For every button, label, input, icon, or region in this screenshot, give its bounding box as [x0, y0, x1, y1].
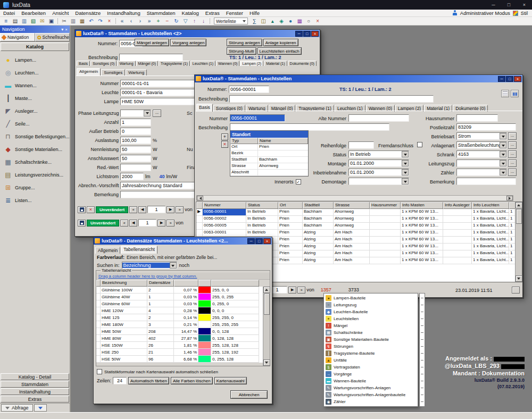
column-header[interactable]: Strasse: [334, 202, 370, 209]
bemerkung-input[interactable]: [120, 191, 197, 198]
tab-abfrage[interactable]: Abfrage: [1, 404, 33, 412]
scroll-down-icon[interactable]: [263, 359, 270, 366]
nav-item-leuchten[interactable]: ◎ Leuchten...: [0, 66, 70, 79]
column-header[interactable]: Name: [258, 138, 308, 144]
horizontal-scrollbar[interactable]: [196, 195, 513, 201]
vertical-scrollbar[interactable]: [515, 202, 522, 282]
lampe-input[interactable]: HME 50W: [120, 98, 197, 105]
stats-row[interactable]: HME 125 2 0,14 % 255, 255, 0: [96, 314, 270, 321]
status-select[interactable]: In Betrieb: [348, 150, 409, 158]
save-record-button[interactable]: [78, 206, 86, 213]
record-number-input[interactable]: 1: [147, 206, 165, 213]
table-view-icon[interactable]: [501, 90, 509, 97]
menu-item[interactable]: Hilfe: [246, 10, 263, 16]
standort-row[interactable]: Stadtteil Bachham: [230, 157, 308, 163]
remove-standort-button[interactable]: ×: [221, 141, 228, 148]
tab[interactable]: Wannen (0): [216, 61, 239, 66]
menu-item-wannen-bauteile[interactable]: ▬ Wannen-Bauteile: [324, 378, 418, 384]
minimize-button[interactable]: ─: [295, 31, 303, 37]
tab[interactable]: Tabellenansicht: [121, 246, 157, 254]
menu-item[interactable]: Datei: [0, 10, 18, 16]
alte-nummer-input[interactable]: [348, 114, 409, 122]
tab[interactable]: Dokumente (0): [288, 61, 317, 66]
maximize-button[interactable]: □: [303, 31, 311, 37]
red-wert-input[interactable]: [120, 164, 151, 171]
nav-item-gruppe[interactable]: ⊞ Gruppe...: [0, 181, 70, 194]
chevron-down-icon[interactable]: [500, 160, 506, 166]
lichtstrom-input[interactable]: 2000: [120, 173, 144, 180]
action-button[interactable]: Leuchtstellen einfach: [257, 47, 302, 55]
demontage-datepicker[interactable]: [348, 178, 409, 185]
menu-item[interactable]: Fenster: [223, 10, 246, 16]
montage-datepicker[interactable]: 01.01.2000: [348, 160, 409, 167]
nav-item-sonstige-materialien[interactable]: ◆ Sonstige Materialien...: [0, 143, 70, 156]
prev-record-button[interactable]: ◀: [138, 206, 146, 213]
tab[interactable]: Material (1): [264, 61, 287, 66]
scrollbar-thumb[interactable]: [264, 294, 270, 315]
close-button[interactable]: ×: [263, 238, 271, 244]
stats-row[interactable]: Glühbirne 100W 2 0,07 % 255, 0, 0: [96, 287, 270, 294]
menu-item-wartungsvorschriften-anlagenbauteile[interactable]: ✎ Wartungsvorschriften-Anlagenbauteile: [324, 391, 418, 398]
remove-record-icon[interactable]: −: [163, 17, 172, 25]
tab-schnellsuche[interactable]: Schnellsuche: [35, 33, 70, 41]
menu-item-vorgaenge[interactable]: → Vorgänge: [324, 371, 418, 378]
tab[interactable]: Basis: [196, 104, 213, 112]
zaehler-select[interactable]: [456, 169, 507, 176]
menu-item-zaehler[interactable]: ◉ Zähler: [324, 398, 418, 405]
auto-close-checkbox[interactable]: [97, 369, 102, 374]
chevron-down-icon[interactable]: [500, 169, 506, 175]
innerorts-checkbox[interactable]: ✓: [296, 179, 301, 185]
betriebsart-select[interactable]: Strom: [456, 132, 507, 140]
refresh-icon[interactable]: ↻: [172, 17, 181, 25]
chevron-down-icon[interactable]: [144, 110, 151, 116]
color-swatch[interactable]: [198, 300, 211, 307]
phase-browse-button[interactable]: ...: [153, 110, 161, 117]
color-swatch[interactable]: [198, 335, 211, 341]
menu-item-sonstige-materialien-bauteile[interactable]: ▣ Sonstige Materialien-Bauteile: [324, 336, 418, 343]
anlagenart-select[interactable]: Straßenbeleuchtung: [456, 141, 507, 149]
pin-icon[interactable]: ▾: [61, 27, 63, 32]
chevron-down-icon[interactable]: [500, 142, 506, 148]
menu-item-schaltschraenke[interactable]: ▦ Schaltschränke: [324, 329, 418, 336]
chart-icon[interactable]: ▴: [268, 17, 277, 25]
tab[interactable]: Sonstiges: [101, 69, 125, 76]
stats-row[interactable]: HSE 150W 26 1,81 % 255, 128, 128: [96, 342, 270, 349]
chart-view-icon[interactable]: [511, 90, 519, 97]
chevron-down-icon[interactable]: [402, 160, 409, 166]
inbetriebnahme-datepicker[interactable]: 01.01.2000: [348, 169, 409, 176]
schrank-select[interactable]: 4163: [456, 150, 507, 158]
chevron-down-icon[interactable]: [500, 151, 506, 157]
section-header-katalog[interactable]: Katalog: [1, 43, 69, 51]
nav-item-leistungsverzeichnis[interactable]: ▤ Leistungsverzeichnis...: [0, 169, 70, 181]
statistics-icon[interactable]: ◫: [259, 17, 268, 25]
chevron-down-icon[interactable]: [402, 178, 409, 185]
first-record-icon[interactable]: «: [118, 17, 127, 25]
menu-item[interactable]: Ansicht: [49, 10, 72, 16]
tab[interactable]: Leuchten (1): [190, 61, 215, 66]
menu-item-tragsysteme-bauteile[interactable]: ┃ Tragsysteme-Bauteile: [324, 350, 418, 357]
column-header[interactable]: Bezeichnung: [101, 280, 147, 287]
color-swatch[interactable]: [198, 294, 211, 300]
action-button[interactable]: Störung-Multi: [227, 47, 256, 55]
navigation-panel-header[interactable]: Navigation ▾ ×: [0, 26, 70, 33]
nav-item-wannen[interactable]: ▬ Wannen...: [0, 79, 70, 92]
search-icon[interactable]: ○: [304, 17, 313, 25]
print-icon[interactable]: ▤: [11, 17, 20, 25]
postleitzahl-input[interactable]: 83209: [456, 123, 516, 131]
color-swatch[interactable]: [198, 307, 211, 314]
nennleistung-input[interactable]: 50: [120, 146, 151, 153]
hausnummer-input[interactable]: [456, 114, 498, 122]
column-header[interactable]: Hausnummer: [370, 202, 401, 209]
nav-item-sonstige-befestigungen[interactable]: ⊓ Sonstige Befestigungen...: [0, 130, 70, 143]
leitungszug-select[interactable]: [456, 160, 507, 167]
menu-item[interactable]: Stammdaten: [144, 10, 179, 16]
minimize-button[interactable]: ─: [486, 0, 501, 10]
column-header[interactable]: Stadtteil: [303, 202, 334, 209]
list-icon[interactable]: ≡: [2, 17, 11, 25]
sort-desc-icon[interactable]: ↓: [199, 17, 208, 25]
nav-item-schaltschraenke[interactable]: ▦ Schaltschränke...: [0, 156, 70, 169]
anschlusswert-input[interactable]: 50: [120, 155, 151, 162]
last-record-icon[interactable]: »: [145, 17, 154, 25]
mail-icon[interactable]: ✉: [38, 17, 47, 25]
menu-item[interactable]: Bearbeiten: [18, 10, 49, 16]
